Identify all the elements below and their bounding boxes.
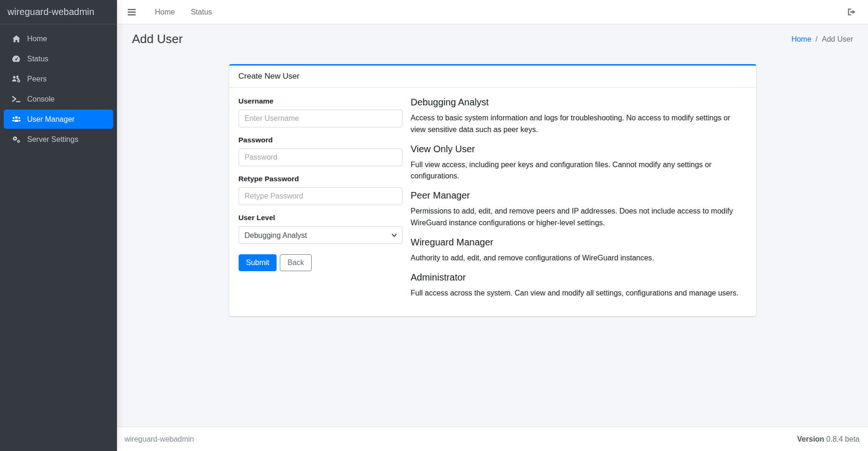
role-title: Wireguard Manager bbox=[411, 237, 745, 248]
breadcrumb: Home / Add User bbox=[791, 35, 853, 44]
top-navbar: Home Status bbox=[117, 0, 868, 24]
card-title: Create New User bbox=[229, 66, 756, 88]
form-actions: Submit Back bbox=[239, 254, 402, 271]
user-level-select[interactable]: Debugging Analyst bbox=[239, 226, 402, 244]
role-title: Debugging Analyst bbox=[411, 97, 745, 108]
back-button[interactable]: Back bbox=[280, 254, 312, 271]
content-area: Add User Home / Add User Create New User… bbox=[117, 24, 868, 427]
sidebar-item-server-settings[interactable]: Server Settings bbox=[4, 130, 113, 149]
tachometer-icon bbox=[8, 55, 24, 63]
sidebar-item-label: Server Settings bbox=[27, 135, 78, 144]
role-title: Peer Manager bbox=[411, 190, 745, 201]
role-descriptions: Debugging Analyst Access to basic system… bbox=[411, 97, 747, 307]
terminal-icon bbox=[8, 96, 24, 103]
retype-password-group: Retype Password bbox=[239, 175, 402, 205]
version-value: 0.8.4 beta bbox=[826, 435, 860, 443]
breadcrumb-home-link[interactable]: Home bbox=[791, 35, 811, 44]
password-input[interactable] bbox=[239, 148, 402, 166]
role-description: Full view access, including peer keys an… bbox=[411, 159, 744, 183]
gears-icon bbox=[8, 135, 24, 143]
main-wrapper: Home Status Add User Home / Add User Cre… bbox=[117, 0, 868, 451]
username-label: Username bbox=[239, 97, 402, 105]
sidebar-nav: Home Status bbox=[0, 24, 117, 155]
sidebar-item-label: User Manager bbox=[27, 115, 74, 124]
brand-title[interactable]: wireguard-webadmin bbox=[0, 0, 117, 24]
content-header: Add User Home / Add User bbox=[132, 32, 853, 46]
role-description: Access to basic system information and l… bbox=[411, 112, 744, 136]
sidebar-item-status[interactable]: Status bbox=[4, 49, 113, 68]
hamburger-icon[interactable] bbox=[127, 8, 136, 16]
sign-out-icon[interactable] bbox=[847, 8, 856, 16]
role-debugging-analyst: Debugging Analyst Access to basic system… bbox=[411, 97, 745, 136]
footer-version: Version 0.8.4 beta bbox=[797, 435, 860, 444]
users-gear-icon bbox=[8, 75, 24, 83]
sidebar-item-label: Console bbox=[27, 95, 55, 104]
retype-password-input[interactable] bbox=[239, 187, 402, 205]
username-input[interactable] bbox=[239, 110, 402, 127]
user-level-label: User Level bbox=[239, 214, 402, 222]
home-icon bbox=[8, 35, 24, 43]
retype-password-label: Retype Password bbox=[239, 175, 402, 183]
role-wireguard-manager: Wireguard Manager Authority to add, edit… bbox=[411, 237, 745, 264]
role-title: View Only User bbox=[411, 144, 745, 155]
sidebar-item-peers[interactable]: Peers bbox=[4, 69, 113, 89]
create-user-form: Username Password Retype Password User L… bbox=[239, 97, 402, 307]
topnav-link-home[interactable]: Home bbox=[155, 8, 175, 16]
user-level-group: User Level Debugging Analyst bbox=[239, 214, 402, 244]
password-label: Password bbox=[239, 136, 402, 144]
sidebar-item-console[interactable]: Console bbox=[4, 89, 113, 109]
password-group: Password bbox=[239, 136, 402, 166]
sidebar-item-home[interactable]: Home bbox=[4, 29, 113, 48]
sidebar-item-label: Status bbox=[27, 55, 48, 63]
version-label: Version bbox=[797, 435, 824, 443]
role-title: Administrator bbox=[411, 272, 745, 283]
role-peer-manager: Peer Manager Permissions to add, edit, a… bbox=[411, 190, 745, 229]
create-user-card: Create New User Username Password Retype… bbox=[229, 64, 756, 316]
page-title: Add User bbox=[132, 32, 182, 46]
role-view-only-user: View Only User Full view access, includi… bbox=[411, 144, 745, 183]
role-description: Authority to add, edit, and remove confi… bbox=[411, 252, 744, 264]
topnav-link-status[interactable]: Status bbox=[191, 8, 212, 16]
breadcrumb-separator: / bbox=[816, 35, 817, 44]
footer: wireguard-webadmin Version 0.8.4 beta bbox=[117, 427, 868, 451]
sidebar-item-label: Peers bbox=[27, 75, 47, 83]
sidebar-item-user-manager[interactable]: User Manager bbox=[4, 110, 113, 129]
submit-button[interactable]: Submit bbox=[239, 254, 277, 271]
role-description: Full access across the system. Can view … bbox=[411, 288, 744, 299]
footer-brand: wireguard-webadmin bbox=[124, 435, 194, 444]
sidebar-item-label: Home bbox=[27, 35, 47, 43]
users-icon bbox=[8, 115, 24, 123]
role-description: Permissions to add, edit, and remove pee… bbox=[411, 206, 744, 229]
role-administrator: Administrator Full access across the sys… bbox=[411, 272, 745, 299]
sidebar: wireguard-webadmin Home Status bbox=[0, 0, 117, 451]
card-body: Username Password Retype Password User L… bbox=[229, 88, 756, 316]
breadcrumb-current: Add User bbox=[822, 35, 853, 44]
username-group: Username bbox=[239, 97, 402, 127]
